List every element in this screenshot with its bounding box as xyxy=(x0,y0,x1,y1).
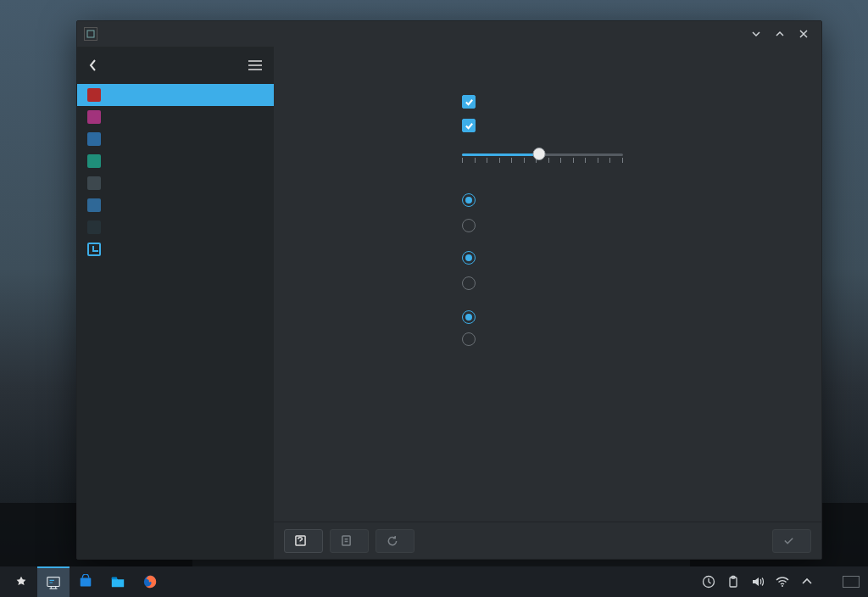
apply-button[interactable] xyxy=(772,529,811,553)
selects-them-radio[interactable] xyxy=(462,219,476,232)
recent-icon xyxy=(87,243,101,256)
svg-rect-3 xyxy=(47,577,59,587)
effects-icon xyxy=(87,110,101,124)
svg-rect-8 xyxy=(730,577,737,587)
sidebar-item-activities[interactable] xyxy=(77,216,274,238)
svg-rect-0 xyxy=(87,31,94,37)
touch-always-radio[interactable] xyxy=(462,332,476,346)
touch-mode-label xyxy=(274,308,462,310)
task-firefox[interactable] xyxy=(134,566,166,597)
sidebar-item-screen-locking[interactable] xyxy=(77,172,274,194)
app-icon xyxy=(84,27,97,41)
tray-network-icon[interactable] xyxy=(776,575,789,589)
svg-rect-5 xyxy=(112,577,117,580)
tray-volume-icon[interactable] xyxy=(751,575,765,589)
feedback-checkbox[interactable] xyxy=(462,119,476,132)
page-heading xyxy=(274,47,821,84)
titlebar[interactable] xyxy=(77,21,821,47)
clicking-files-label xyxy=(274,191,462,192)
sidebar xyxy=(77,47,274,559)
app-launcher-button[interactable] xyxy=(5,566,37,597)
back-button[interactable] xyxy=(86,58,101,73)
hamburger-menu-button[interactable] xyxy=(245,55,265,75)
system-tray xyxy=(691,575,822,589)
task-file-manager[interactable] xyxy=(102,566,134,597)
sidebar-nav xyxy=(77,84,274,260)
tooltips-checkbox[interactable] xyxy=(462,95,476,109)
touch-icon xyxy=(87,154,101,168)
tray-clipboard-icon[interactable] xyxy=(726,575,740,589)
edges-icon xyxy=(87,132,101,146)
svg-rect-4 xyxy=(81,578,92,587)
scroll-page-radio[interactable] xyxy=(462,251,476,265)
activities-icon xyxy=(87,220,101,234)
svg-rect-2 xyxy=(342,536,350,545)
opens-them-radio[interactable] xyxy=(462,193,476,207)
show-desktop-button[interactable] xyxy=(843,576,860,588)
animation-speed-label xyxy=(274,150,462,152)
sidebar-item-touchscreen-gestures[interactable] xyxy=(77,150,274,172)
taskbar xyxy=(0,566,868,597)
main-panel xyxy=(274,47,821,559)
tray-updates-icon[interactable] xyxy=(702,575,715,589)
svg-point-10 xyxy=(782,585,783,587)
general-icon xyxy=(87,88,101,102)
scroll-location-radio[interactable] xyxy=(462,276,476,290)
tray-chevron-up-icon[interactable] xyxy=(800,575,814,589)
defaults-button[interactable] xyxy=(330,529,369,553)
task-system-settings[interactable] xyxy=(37,566,70,597)
touch-never-radio[interactable] xyxy=(462,310,476,324)
lock-icon xyxy=(87,176,101,190)
close-button[interactable] xyxy=(798,28,810,40)
sidebar-item-virtual-desktops[interactable] xyxy=(77,194,274,216)
reset-button[interactable] xyxy=(376,529,415,553)
maximize-button[interactable] xyxy=(774,28,786,40)
footer xyxy=(274,522,821,559)
virtualdesk-icon xyxy=(87,198,101,212)
settings-content xyxy=(274,84,821,522)
visual-behavior-label xyxy=(274,92,462,94)
sidebar-item-screen-edges[interactable] xyxy=(77,128,274,150)
sidebar-item-desktop-effects[interactable] xyxy=(77,106,274,128)
scrollbar-track-label xyxy=(274,248,462,250)
sidebar-item-general-behavior[interactable] xyxy=(77,84,274,106)
help-button[interactable] xyxy=(284,529,323,553)
system-settings-window xyxy=(76,20,822,560)
animation-speed-slider[interactable] xyxy=(462,150,623,167)
task-discover[interactable] xyxy=(70,566,102,597)
minimize-button[interactable] xyxy=(750,28,762,40)
sidebar-item-recent-files[interactable] xyxy=(77,238,274,260)
